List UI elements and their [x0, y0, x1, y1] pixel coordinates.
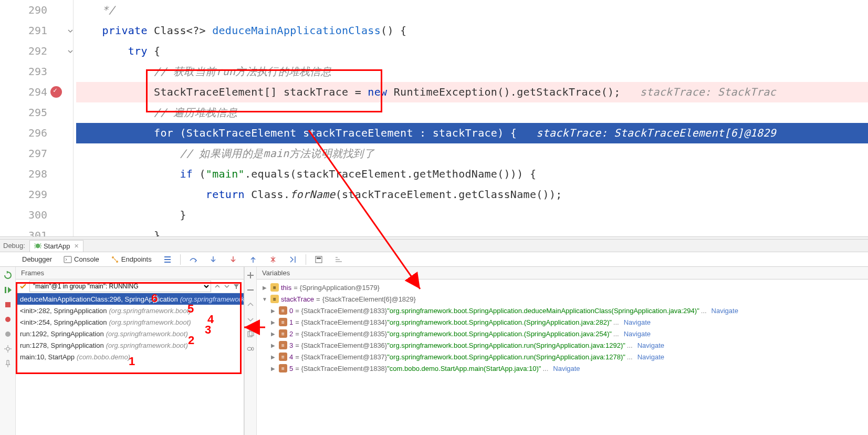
stack-frame[interactable]: <init>:282, SpringApplication(org.spring…: [16, 305, 244, 316]
stop-icon[interactable]: [4, 301, 12, 309]
debug-toolbar: Debugger Console Endpoints: [0, 252, 868, 267]
endpoints-tab[interactable]: Endpoints: [106, 253, 157, 266]
line-number: 295: [0, 102, 47, 123]
resume-icon[interactable]: [4, 286, 12, 294]
stack-frame[interactable]: run:1292, SpringApplication(org.springfr…: [16, 328, 244, 339]
navigate-link[interactable]: Navigate: [637, 353, 664, 361]
fold-icon[interactable]: [66, 20, 75, 41]
thread-select[interactable]: "main"@1 in group "main": RUNNING: [29, 281, 211, 292]
field-icon: ≡: [279, 353, 287, 361]
run-to-cursor-icon: [289, 255, 297, 264]
view-breakpoints-icon[interactable]: [4, 315, 12, 324]
trace-icon: [334, 255, 343, 264]
console-icon: [64, 255, 72, 264]
step-over-icon: [189, 255, 197, 264]
svg-point-8: [5, 317, 11, 322]
frames-header: Frames: [16, 267, 244, 279]
force-step-into-button[interactable]: [224, 253, 243, 266]
svg-point-9: [5, 332, 11, 337]
field-icon: ≡: [279, 329, 287, 338]
watches-icon[interactable]: [246, 345, 255, 353]
code-editor[interactable]: 290 291 292 293 294 295 296 297 298 299 …: [0, 0, 868, 236]
navigate-link[interactable]: Navigate: [624, 330, 651, 338]
variables-header: Variables: [257, 267, 868, 279]
variable-node[interactable]: ▶≡this = {SpringApplication@1579}: [257, 282, 868, 293]
field-icon: ≡: [279, 341, 287, 349]
line-number: 290: [0, 0, 47, 20]
line-number: 291: [0, 20, 47, 41]
debug-label: Debug:: [3, 242, 25, 250]
up-icon[interactable]: [246, 301, 255, 309]
variable-node[interactable]: ▶≡0 = {StackTraceElement@1833} "org.spri…: [257, 305, 868, 316]
line-number: 301: [0, 225, 47, 236]
step-out-icon: [249, 255, 257, 264]
navigate-link[interactable]: Navigate: [624, 318, 651, 326]
rerun-icon[interactable]: [4, 271, 12, 279]
stack-frame[interactable]: <init>:254, SpringApplication(org.spring…: [16, 316, 244, 328]
svg-rect-7: [5, 302, 11, 307]
line-number: 293: [0, 61, 47, 82]
thread-selector-row: "main"@1 in group "main": RUNNING: [16, 279, 244, 293]
svg-rect-6: [5, 287, 6, 293]
copy-icon[interactable]: [246, 330, 255, 338]
navigate-link[interactable]: Navigate: [637, 341, 664, 349]
prev-frame-icon[interactable]: [214, 283, 221, 289]
svg-point-0: [36, 244, 40, 248]
mute-breakpoints-icon[interactable]: [4, 330, 12, 338]
pin-icon[interactable]: [4, 359, 12, 368]
line-number: 298: [0, 164, 47, 184]
variables-tree[interactable]: ▶≡this = {SpringApplication@1579} ▼≡stac…: [257, 279, 868, 435]
step-into-button[interactable]: [204, 253, 223, 266]
trace-button[interactable]: [329, 253, 348, 266]
svg-rect-1: [64, 256, 71, 263]
debug-left-rail: [0, 267, 16, 435]
run-to-cursor-button[interactable]: [284, 253, 302, 266]
variable-node[interactable]: ▶≡5 = {StackTraceElement@1838} "com.bobo…: [257, 362, 868, 374]
add-watch-icon[interactable]: [246, 271, 255, 279]
remove-watch-icon[interactable]: [246, 286, 255, 294]
variable-node[interactable]: ▶≡4 = {StackTraceElement@1837} "org.spri…: [257, 351, 868, 362]
param-icon: ≡: [270, 295, 279, 303]
close-icon[interactable]: ✕: [74, 243, 79, 250]
endpoints-icon: [111, 255, 119, 264]
step-over-button[interactable]: [184, 253, 203, 266]
variable-node[interactable]: ▶≡1 = {StackTraceElement@1834} "org.spri…: [257, 316, 868, 328]
drop-frame-button[interactable]: [264, 253, 283, 266]
stack-frame[interactable]: deduceMainApplicationClass:296, SpringAp…: [16, 293, 244, 305]
settings-icon[interactable]: [4, 345, 12, 353]
threads-button[interactable]: [158, 253, 177, 266]
line-number: 300: [0, 205, 47, 225]
debugger-tab[interactable]: Debugger: [17, 253, 57, 265]
next-frame-icon[interactable]: [224, 283, 230, 289]
drop-frame-icon: [269, 255, 277, 264]
bug-icon: [34, 242, 41, 250]
variable-node[interactable]: ▶≡2 = {StackTraceElement@1835} "org.spri…: [257, 328, 868, 339]
svg-point-14: [252, 347, 254, 350]
line-number: 292: [0, 41, 47, 61]
debug-panel: Debug: StartApp ✕ Debugger Console Endpo…: [0, 240, 868, 435]
fold-icon[interactable]: [66, 41, 75, 61]
console-tab[interactable]: Console: [58, 253, 104, 266]
navigate-link[interactable]: Navigate: [712, 307, 738, 315]
frame-list[interactable]: deduceMainApplicationClass:296, SpringAp…: [16, 293, 244, 435]
variable-node[interactable]: ▼≡stackTrace = {StackTraceElement[6]@182…: [257, 293, 868, 305]
filter-icon[interactable]: [233, 283, 239, 289]
field-icon: ≡: [279, 306, 287, 315]
variable-node[interactable]: ▶≡3 = {StackTraceElement@1836} "org.spri…: [257, 339, 868, 351]
variables-toolbar: [244, 267, 257, 435]
debug-tab[interactable]: StartApp ✕: [29, 240, 83, 252]
svg-point-13: [247, 347, 252, 350]
svg-rect-5: [317, 257, 321, 259]
stack-frame[interactable]: run:1278, SpringApplication(org.springfr…: [16, 339, 244, 351]
code-area[interactable]: */ private Class<?> deduceMainApplicatio…: [76, 0, 868, 236]
step-into-icon: [209, 255, 217, 264]
calculator-icon: [315, 255, 323, 264]
evaluate-button[interactable]: [309, 253, 328, 266]
variables-pane: Variables ▶≡this = {SpringApplication@15…: [257, 267, 868, 435]
step-out-button[interactable]: [244, 253, 263, 266]
navigate-link[interactable]: Navigate: [553, 365, 580, 372]
breakpoint-icon[interactable]: [50, 86, 62, 98]
down-icon[interactable]: [246, 315, 255, 324]
param-icon: ≡: [270, 283, 279, 292]
stack-frame[interactable]: main:10, StartApp(com.bobo.demo): [16, 351, 244, 362]
